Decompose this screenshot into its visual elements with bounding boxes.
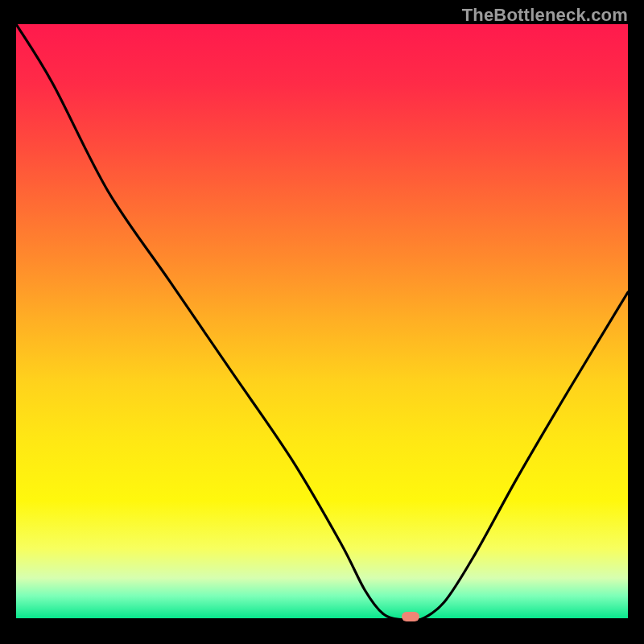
curve-svg [16, 24, 628, 620]
chart-frame: TheBottleneck.com [0, 0, 644, 644]
optimal-point-marker [402, 612, 419, 621]
bottleneck-curve [16, 24, 628, 620]
watermark-text: TheBottleneck.com [462, 5, 628, 26]
